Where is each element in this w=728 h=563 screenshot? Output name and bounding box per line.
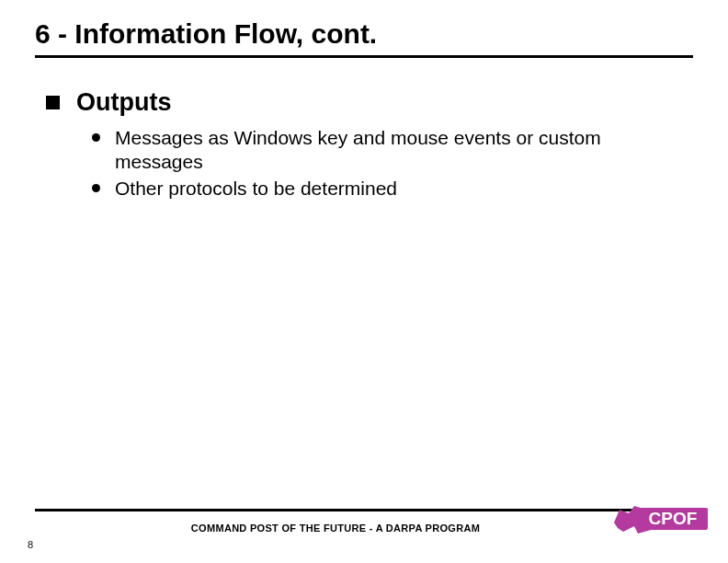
cpof-logo: CPOF bbox=[610, 502, 708, 541]
page-number: 8 bbox=[28, 539, 33, 550]
footer: 8 COMMAND POST OF THE FUTURE - A DARPA P… bbox=[35, 509, 708, 541]
sub-bullets: Messages as Windows key and mouse events… bbox=[92, 126, 682, 201]
bullet-level2: Other protocols to be determined bbox=[92, 177, 682, 201]
logo-text: CPOF bbox=[649, 509, 698, 528]
title-area: 6 - Information Flow, cont. bbox=[35, 18, 693, 58]
outputs-heading: Outputs bbox=[76, 88, 171, 117]
square-bullet-icon bbox=[46, 96, 60, 109]
footer-rule bbox=[35, 509, 708, 511]
sub-item-text: Messages as Windows key and mouse events… bbox=[115, 126, 682, 175]
dot-bullet-icon bbox=[92, 184, 100, 192]
footer-text: COMMAND POST OF THE FUTURE - A DARPA PRO… bbox=[72, 523, 599, 534]
content-area: Outputs Messages as Windows key and mous… bbox=[46, 88, 682, 202]
dot-bullet-icon bbox=[92, 133, 100, 142]
slide-title: 6 - Information Flow, cont. bbox=[35, 18, 693, 50]
title-rule bbox=[35, 55, 693, 58]
cpof-logo-icon: CPOF bbox=[610, 502, 708, 537]
slide: 6 - Information Flow, cont. Outputs Mess… bbox=[0, 0, 728, 563]
footer-row: 8 COMMAND POST OF THE FUTURE - A DARPA P… bbox=[35, 515, 708, 541]
sub-item-text: Other protocols to be determined bbox=[115, 177, 397, 201]
bullet-level2: Messages as Windows key and mouse events… bbox=[92, 126, 682, 175]
bullet-level1: Outputs bbox=[46, 88, 682, 117]
